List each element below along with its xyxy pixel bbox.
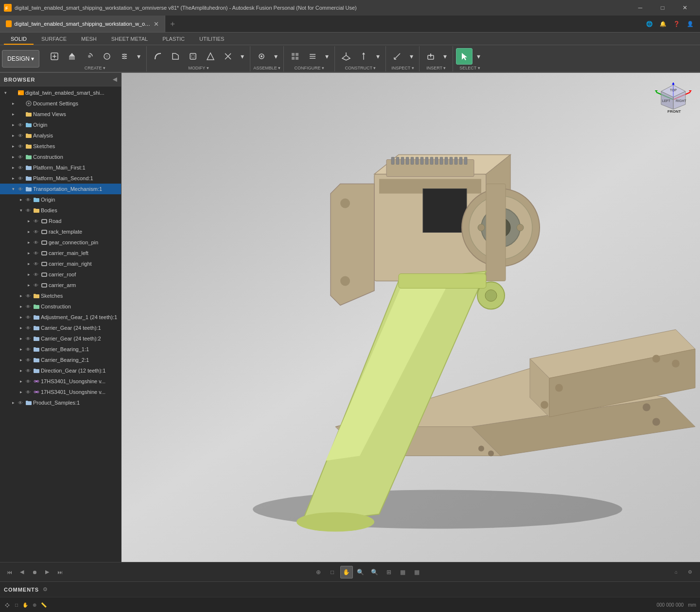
tab-solid[interactable]: SOLID <box>4 34 34 45</box>
zoom-button[interactable]: 🔍 <box>368 566 381 578</box>
tab-mesh[interactable]: MESH <box>74 34 104 45</box>
minimize-button[interactable]: ─ <box>629 0 651 16</box>
tree-item[interactable]: ▸Document Settings <box>0 98 121 109</box>
grid-settings-button[interactable]: ⚙ <box>683 566 696 578</box>
visibility-toggle[interactable]: 👁 <box>33 260 39 267</box>
browser-button[interactable]: 🌐 <box>644 18 655 30</box>
tree-expander[interactable]: ▸ <box>10 111 17 118</box>
maximize-button[interactable]: □ <box>651 0 674 16</box>
browser-collapse-button[interactable]: ◀ <box>113 76 117 83</box>
tree-expander[interactable]: ▸ <box>18 346 24 353</box>
visibility-toggle[interactable]: 👁 <box>33 239 39 246</box>
draft-button[interactable] <box>202 48 219 65</box>
tree-expander[interactable]: ▸ <box>25 260 32 267</box>
configure1-button[interactable] <box>287 48 303 65</box>
tab-sheet-metal[interactable]: SHEET METAL <box>105 34 155 45</box>
visibility-toggle[interactable]: 👁 <box>17 175 24 182</box>
visibility-toggle[interactable]: 👁 <box>25 303 32 310</box>
visibility-toggle[interactable]: 👁 <box>17 186 24 192</box>
close-button[interactable]: ✕ <box>674 0 696 16</box>
visibility-toggle[interactable]: 👁 <box>25 324 32 331</box>
visibility-toggle[interactable]: 👁 <box>25 357 32 363</box>
configure-more-button[interactable]: ▾ <box>322 48 332 65</box>
help-button[interactable]: ❓ <box>671 18 682 30</box>
select-button[interactable] <box>456 48 472 65</box>
tree-item[interactable]: ▾👁Transportation_Mechanism:1 <box>0 184 121 194</box>
status-units[interactable]: mm <box>686 600 698 611</box>
tree-item[interactable]: ▸👁gear_connection_pin <box>0 237 121 248</box>
tree-expander[interactable]: ▸ <box>10 132 17 139</box>
tree-expander[interactable]: ▸ <box>10 164 17 171</box>
tree-expander[interactable]: ▾ <box>18 207 24 214</box>
visibility-toggle[interactable]: 👁 <box>33 282 39 289</box>
nav-last-button[interactable]: ⏭ <box>54 567 65 578</box>
status-measure[interactable]: 📏 <box>39 600 49 611</box>
tree-expander[interactable]: ▸ <box>10 399 17 406</box>
modify-more-button[interactable]: ▾ <box>237 48 247 65</box>
tree-expander[interactable]: ▾ <box>10 186 17 192</box>
thread-button[interactable] <box>116 48 133 65</box>
plane-button[interactable] <box>338 48 354 65</box>
display-mode-button[interactable]: ▦ <box>397 566 409 578</box>
tree-item[interactable]: ▸👁Construction <box>0 301 121 312</box>
visibility-toggle[interactable]: 👁 <box>33 218 39 224</box>
tree-expander[interactable]: ▸ <box>25 218 32 224</box>
orbit-button[interactable]: ✋ <box>340 566 353 578</box>
shell-button[interactable] <box>185 48 201 65</box>
nav-record-button[interactable]: ⏺ <box>29 567 40 578</box>
joint-button[interactable] <box>253 48 270 65</box>
tree-expander[interactable]: ▸ <box>10 153 17 160</box>
tree-item[interactable]: ▾👁Bodies <box>0 205 121 216</box>
tree-item[interactable]: ▸👁Adjustment_Gear_1 (24 teeth):1 <box>0 312 121 323</box>
tree-item[interactable]: ▸👁Sketches <box>0 290 121 301</box>
tree-expander[interactable]: ▸ <box>18 196 24 203</box>
status-fit[interactable]: □ <box>13 600 20 611</box>
tree-expander[interactable]: ▸ <box>18 292 24 299</box>
chamfer-button[interactable] <box>167 48 184 65</box>
tree-expander[interactable]: ▸ <box>10 100 17 107</box>
axis-button[interactable] <box>355 48 372 65</box>
visibility-toggle[interactable]: 👁 <box>33 271 39 278</box>
tree-expander[interactable]: ▸ <box>25 250 32 256</box>
visibility-toggle[interactable]: 👁 <box>25 292 32 299</box>
tree-item[interactable]: ▸👁Platform_Main_Second:1 <box>0 173 121 184</box>
tree-expander[interactable]: ▸ <box>25 282 32 289</box>
nav-prev-button[interactable]: ◀ <box>17 567 27 578</box>
visibility-toggle[interactable]: 👁 <box>25 314 32 321</box>
scale-button[interactable] <box>220 48 236 65</box>
notification-button[interactable]: 🔔 <box>657 18 669 30</box>
visibility-toggle[interactable]: 👁 <box>17 121 24 128</box>
tree-item[interactable]: ▸👁carrier_roof <box>0 269 121 280</box>
tree-item[interactable]: ▸👁17HS3401_Usongshine v... <box>0 376 121 387</box>
tree-item[interactable]: ▸👁Road <box>0 216 121 226</box>
tree-item[interactable]: ▸👁Origin <box>0 119 121 130</box>
create-more-button[interactable]: ▾ <box>134 48 143 65</box>
revolve-button[interactable] <box>81 48 98 65</box>
visibility-toggle[interactable]: 👁 <box>25 335 32 342</box>
tree-expander[interactable]: ▸ <box>10 121 17 128</box>
visibility-toggle[interactable]: 👁 <box>25 346 32 353</box>
tree-item[interactable]: ▸Named Views <box>0 109 121 119</box>
nav-next-button[interactable]: ▶ <box>42 567 52 578</box>
tree-expander[interactable]: ▸ <box>18 314 24 321</box>
visibility-toggle[interactable]: 👁 <box>17 143 24 150</box>
pan-target-button[interactable]: ⊕ <box>312 566 325 578</box>
tree-expander[interactable]: ▸ <box>10 143 17 150</box>
inspect-more-button[interactable]: ▾ <box>406 48 416 65</box>
tree-expander[interactable]: ▸ <box>10 175 17 182</box>
configure2-button[interactable] <box>304 48 321 65</box>
visibility-toggle[interactable]: 👁 <box>25 196 32 203</box>
tree-item[interactable]: ▸👁Carrier_Bearing_2:1 <box>0 355 121 365</box>
tree-expander[interactable]: ▸ <box>18 357 24 363</box>
new-component-button[interactable] <box>46 48 63 65</box>
status-zoom[interactable]: ⊕ <box>31 600 38 611</box>
new-tab-button[interactable]: ＋ <box>165 16 180 32</box>
account-button[interactable]: 👤 <box>684 18 696 30</box>
tree-expander[interactable]: ▸ <box>18 378 24 385</box>
tree-item[interactable]: ▾Fdigital_twin_enabled_smart_shi... <box>0 87 121 98</box>
fit-view-button[interactable]: □ <box>326 566 339 578</box>
tree-expander[interactable]: ▸ <box>18 335 24 342</box>
comments-settings-button[interactable]: ⚙ <box>43 586 48 593</box>
tree-item[interactable]: ▸👁Direction_Gear (12 teeth):1 <box>0 365 121 376</box>
visibility-toggle[interactable]: 👁 <box>17 164 24 171</box>
